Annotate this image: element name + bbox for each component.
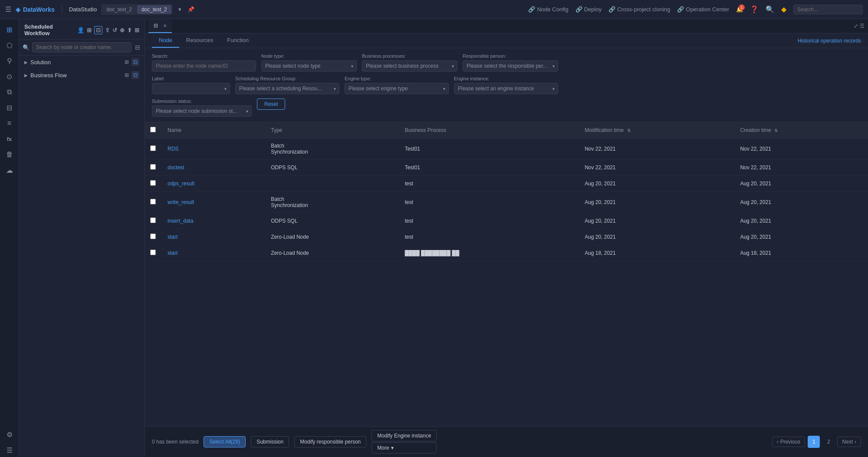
row-name-4[interactable]: insert_data [162, 213, 266, 229]
selected-count: 0 has been selected [152, 439, 198, 445]
select-all-btn[interactable]: Select All(29) [204, 436, 246, 447]
menu-icon[interactable]: ☰ [5, 5, 11, 13]
row-name-0[interactable]: RDS [162, 138, 266, 160]
next-btn[interactable]: Next › [837, 437, 861, 447]
submission-status-select[interactable]: Please select node submission st... [152, 105, 252, 117]
tab-function[interactable]: Function [220, 33, 256, 48]
tree-item-solution[interactable]: ▶ Solution ⊞ ⊡ [19, 56, 145, 69]
panel-view-icon[interactable]: ⊡ [94, 26, 102, 34]
col-name: Name [162, 122, 266, 138]
view-grid-btn-solution[interactable]: ⊞ [123, 58, 131, 66]
panel-user-icon[interactable]: 👤 [77, 27, 84, 33]
panel-grid-icon[interactable]: ⊞ [87, 27, 92, 33]
panel-filter-btn[interactable]: ⊟ [134, 43, 141, 52]
page-1[interactable]: 1 [808, 436, 820, 448]
row-checkbox-1[interactable] [150, 164, 156, 170]
reset-button[interactable]: Reset [257, 99, 285, 110]
row-name-1[interactable]: doctest [162, 160, 266, 176]
cross-project-link[interactable]: 🔗 Cross-project cloning [608, 6, 670, 13]
content-tab-main[interactable]: ⊟ ✕ [148, 19, 172, 33]
sidebar-list-icon[interactable]: ≡ [3, 116, 16, 130]
pin-icon[interactable]: 📌 [187, 6, 194, 13]
modify-responsible-btn[interactable]: Modify responsible person [294, 436, 366, 447]
tab-doc-test-1[interactable]: doc_test_2 [102, 5, 136, 14]
row-name-2[interactable]: odps_result [162, 176, 266, 192]
label-select[interactable] [152, 83, 230, 94]
tab-expand-area[interactable]: ⤢ ☰ [854, 23, 865, 29]
col-type: Type [266, 122, 399, 138]
scheduling-rg-select[interactable]: Please select a scheduling Resou... [235, 83, 339, 94]
sidebar-settings-icon[interactable]: ⚙ [3, 427, 16, 441]
tab-resources[interactable]: Resources [179, 33, 220, 48]
col-creation-time[interactable]: Creation time ⇅ [735, 122, 868, 138]
view-grid-btn-bf[interactable]: ⊞ [123, 71, 131, 79]
row-mod-time-1: Nov 22, 2021 [579, 160, 735, 176]
help-icon[interactable]: ❓ [750, 5, 759, 13]
top-search-input[interactable] [793, 5, 863, 14]
row-mod-time-3: Aug 20, 2021 [579, 192, 735, 213]
tree-item-business-flow[interactable]: ▶ Business Flow ⊞ ⊡ [19, 69, 145, 82]
sidebar-puzzle-icon[interactable]: ⬡ [3, 38, 16, 52]
tab-doc-test-2[interactable]: doc_test_2 [137, 5, 171, 14]
sidebar-fx-icon[interactable]: fx [3, 132, 16, 146]
node-search-input[interactable] [152, 60, 256, 72]
view-list-btn-bf[interactable]: ⊡ [132, 71, 139, 79]
panel-share-icon[interactable]: ⇧ [105, 27, 110, 33]
panel-add-icon[interactable]: ⊕ [120, 27, 125, 33]
modify-engine-btn[interactable]: Modify Engine instance [372, 430, 437, 441]
node-config-link[interactable]: 🔗 Node Config [528, 6, 568, 13]
diamond-icon[interactable]: ◆ [781, 5, 786, 13]
more-btn[interactable]: More ▾ [372, 442, 437, 454]
row-bp-2: test [400, 176, 580, 192]
pagination: ‹ Previous 1 2 Next › [772, 436, 861, 448]
operation-center-link[interactable]: 🔗 Operation Center [677, 6, 729, 13]
row-name-6[interactable]: start [162, 245, 266, 261]
row-name-5[interactable]: start [162, 229, 266, 245]
sort-mod-icon[interactable]: ⇅ [627, 128, 631, 133]
tab-dropdown-icon[interactable]: ▾ [178, 6, 181, 13]
submission-btn[interactable]: Submission [251, 436, 289, 447]
sort-create-icon[interactable]: ⇅ [774, 128, 778, 133]
sidebar-cloud-icon[interactable]: ☁ [3, 163, 16, 177]
sidebar-clock-icon[interactable]: ⊙ [3, 69, 16, 83]
panel-upload-icon[interactable]: ⬆ [127, 27, 132, 33]
historical-records-link[interactable]: Historical operation records [798, 34, 861, 47]
sidebar-table-icon[interactable]: ⊟ [3, 101, 16, 115]
tab-node[interactable]: Node [152, 33, 179, 48]
engine-instance-select[interactable]: Please select an engine instance [454, 83, 558, 94]
link-icon-1: 🔗 [528, 6, 535, 13]
row-bp-0: Test01 [400, 138, 580, 160]
previous-btn[interactable]: ‹ Previous [772, 437, 806, 447]
sidebar-menu-icon[interactable]: ☰ [3, 443, 16, 457]
col-modification-time[interactable]: Modification time ⇅ [579, 122, 735, 138]
row-checkbox-5[interactable] [150, 233, 156, 239]
page-2[interactable]: 2 [822, 436, 835, 448]
row-checkbox-4[interactable] [150, 217, 156, 223]
row-bp-4: test [400, 213, 580, 229]
row-checkbox-2[interactable] [150, 180, 156, 186]
row-checkbox-6[interactable] [150, 250, 156, 255]
responsible-person-select[interactable]: Please select the responsible per... [463, 60, 558, 72]
row-checkbox-3[interactable] [150, 199, 156, 204]
select-all-checkbox[interactable] [150, 127, 156, 132]
sidebar-layers-icon[interactable]: ⧉ [3, 85, 16, 99]
panel-refresh-icon[interactable]: ↺ [112, 27, 117, 33]
tab-icon: ⊟ [154, 23, 158, 29]
engine-type-select[interactable]: Please select engine type [345, 83, 449, 94]
search-top-icon[interactable]: 🔍 [766, 5, 774, 13]
deploy-link[interactable]: 🔗 Deploy [575, 6, 602, 13]
panel-search-input[interactable] [32, 42, 132, 53]
panel-filter-icon[interactable]: ⊞ [135, 27, 139, 33]
node-type-select[interactable]: Please select node type [261, 60, 357, 72]
sidebar-home-icon[interactable]: ⊞ [3, 23, 16, 36]
sidebar-trash-icon[interactable]: 🗑 [3, 148, 16, 161]
view-list-btn-solution[interactable]: ⊡ [132, 58, 139, 66]
tab-close-btn[interactable]: ✕ [163, 23, 167, 28]
row-name-3[interactable]: write_result [162, 192, 266, 213]
notification-bell[interactable]: 🔔 1 [736, 6, 743, 13]
row-type-5: Zero-Load Node [266, 229, 399, 245]
engine-instance-label: Engine instance: [454, 76, 558, 81]
sidebar-search-icon[interactable]: ⚲ [3, 54, 16, 68]
row-checkbox-0[interactable] [150, 145, 156, 151]
business-process-select[interactable]: Please select business process [362, 60, 457, 72]
